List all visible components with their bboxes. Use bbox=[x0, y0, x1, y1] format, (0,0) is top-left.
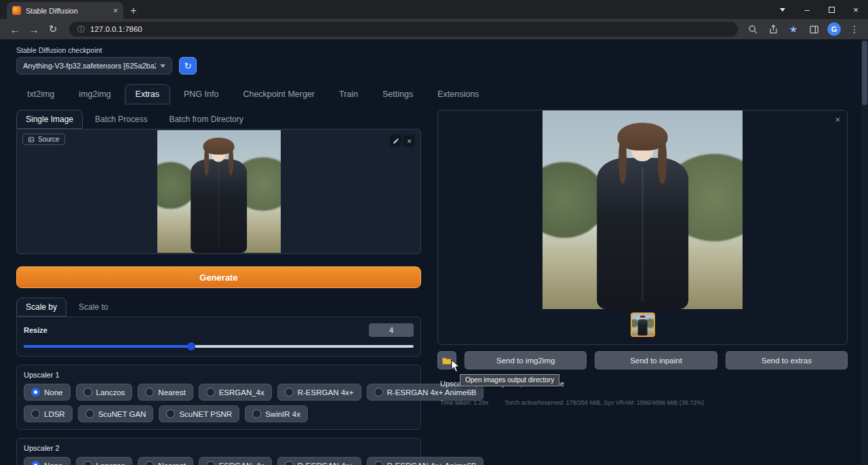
tab-extensions[interactable]: Extensions bbox=[427, 84, 490, 104]
upscaler1-option-scunet-psnr[interactable]: ScuNET PSNR bbox=[159, 405, 239, 422]
upscaler2-option-lanczos[interactable]: Lanczos bbox=[76, 457, 133, 465]
tab-single-image[interactable]: Single Image bbox=[16, 110, 83, 129]
gallery-close-icon[interactable]: × bbox=[835, 115, 840, 125]
tab-scale-by[interactable]: Scale by bbox=[16, 298, 66, 317]
send-to-inpaint-button[interactable]: Send to inpaint bbox=[595, 351, 717, 369]
upscaler2-option-none[interactable]: None bbox=[24, 457, 71, 465]
radio-icon bbox=[85, 409, 94, 418]
browser-tab[interactable]: Stable Diffusion × bbox=[7, 2, 123, 19]
zipper-shape bbox=[218, 165, 220, 249]
option-label: ScuNET GAN bbox=[98, 410, 146, 418]
source-image-dropzone[interactable]: Source × bbox=[16, 129, 421, 254]
mouse-cursor bbox=[451, 359, 460, 376]
source-label: Source bbox=[38, 136, 60, 143]
bookmark-star-icon[interactable]: ★ bbox=[787, 22, 800, 36]
upscaler1-group: Upscaler 1 None Lanczos Nearest ESRGAN_4… bbox=[16, 365, 421, 430]
close-window-button[interactable]: × bbox=[844, 0, 868, 19]
site-info-icon[interactable]: ⓘ bbox=[77, 24, 85, 35]
option-label: Nearest bbox=[158, 388, 185, 397]
tab-batch-process[interactable]: Batch Process bbox=[85, 110, 157, 129]
forward-button[interactable]: → bbox=[26, 21, 42, 37]
gallery-thumbnail-selected[interactable] bbox=[631, 312, 655, 337]
window-controls: – × bbox=[770, 0, 868, 19]
refresh-checkpoint-button[interactable]: ↻ bbox=[179, 57, 197, 75]
tab-checkpoint-merger[interactable]: Checkpoint Merger bbox=[232, 84, 326, 104]
send-to-img2img-button[interactable]: Send to img2img bbox=[465, 351, 587, 369]
radio-icon bbox=[206, 388, 215, 397]
resize-value-input[interactable]: 4 bbox=[369, 323, 414, 337]
upscaler2-option-esrgan-4x[interactable]: ESRGAN_4x bbox=[199, 457, 272, 465]
option-label: Lanczos bbox=[96, 388, 125, 397]
browser-menu-icon[interactable]: ⋮ bbox=[848, 22, 861, 36]
minimize-button[interactable]: – bbox=[795, 0, 819, 19]
send-to-extras-button[interactable]: Send to extras bbox=[726, 351, 848, 369]
clear-image-button[interactable]: × bbox=[403, 135, 415, 146]
source-label-chip: Source bbox=[22, 134, 65, 145]
upscaler2-group: Upscaler 2 None Lanczos Nearest ESRGAN_4… bbox=[16, 438, 421, 465]
tab-title: Stable Diffusion bbox=[26, 7, 108, 15]
option-label: None bbox=[44, 388, 63, 397]
profile-avatar[interactable]: G bbox=[827, 22, 841, 36]
browser-tab-bar: Stable Diffusion × + – × bbox=[0, 0, 868, 19]
share-icon[interactable] bbox=[766, 22, 780, 36]
upscaler1-options-row2: LDSR ScuNET GAN ScuNET PSNR SwinIR 4x bbox=[24, 405, 414, 422]
upscaler1-option-esrgan-4x[interactable]: ESRGAN_4x bbox=[199, 384, 272, 401]
radio-icon bbox=[285, 461, 294, 465]
upscaler1-option-scunet-gan[interactable]: ScuNET GAN bbox=[78, 405, 154, 422]
maximize-button[interactable] bbox=[819, 0, 844, 19]
result-image[interactable] bbox=[542, 110, 743, 309]
checkpoint-label: Stable Diffusion checkpoint bbox=[16, 46, 852, 54]
upscaler1-option-r-esrgan-4x[interactable]: R-ESRGAN 4x+ bbox=[277, 384, 361, 401]
upscaler1-option-ldsr[interactable]: LDSR bbox=[24, 405, 73, 422]
result-gallery: × bbox=[437, 110, 848, 345]
option-label: None bbox=[44, 462, 63, 465]
page-scrollbar[interactable] bbox=[861, 39, 868, 465]
tab-scale-to[interactable]: Scale to bbox=[69, 298, 117, 317]
option-label: ESRGAN_4x bbox=[219, 388, 264, 397]
resize-label: Resize bbox=[24, 326, 47, 334]
browser-toolbar: ← → ↻ ⓘ 127.0.0.1:7860 ★ G ⋮ bbox=[0, 19, 868, 39]
upscaler1-option-none[interactable]: None bbox=[24, 384, 71, 401]
radio-icon bbox=[31, 409, 40, 418]
tab-img2img[interactable]: img2img bbox=[68, 84, 121, 104]
tab-png-info[interactable]: PNG Info bbox=[173, 84, 229, 104]
slider-handle[interactable] bbox=[187, 342, 195, 350]
side-panel-icon[interactable] bbox=[807, 22, 821, 36]
upscaler2-option-r-esrgan-4x[interactable]: R-ESRGAN 4x+ bbox=[277, 457, 361, 465]
generate-button[interactable]: Generate bbox=[16, 266, 421, 288]
tab-train[interactable]: Train bbox=[328, 84, 369, 104]
slider-fill bbox=[24, 345, 191, 348]
upscaler2-label: Upscaler 2 bbox=[24, 444, 414, 452]
upscaler1-option-nearest[interactable]: Nearest bbox=[138, 384, 193, 401]
toolbar-right-icons: ★ G ⋮ bbox=[746, 22, 861, 36]
image-icon bbox=[28, 136, 35, 143]
site-favicon-icon bbox=[12, 6, 21, 15]
radio-checked-icon bbox=[31, 388, 40, 397]
scrollbar-thumb[interactable] bbox=[862, 41, 867, 105]
upscaler2-option-nearest[interactable]: Nearest bbox=[138, 457, 193, 465]
edit-image-button[interactable] bbox=[390, 135, 401, 146]
radio-icon bbox=[252, 409, 261, 418]
tab-txt2img[interactable]: txt2img bbox=[16, 84, 65, 104]
address-bar[interactable]: ⓘ 127.0.0.1:7860 bbox=[69, 22, 738, 37]
thumbnail-image bbox=[632, 314, 654, 336]
source-image[interactable] bbox=[157, 130, 281, 253]
tab-settings[interactable]: Settings bbox=[372, 84, 424, 104]
tab-close-icon[interactable]: × bbox=[113, 7, 118, 15]
back-button[interactable]: ← bbox=[7, 21, 23, 37]
coat-shape bbox=[637, 319, 648, 336]
upscaler2-option-r-esrgan-anime6b[interactable]: R-ESRGAN 4x+ Anime6B bbox=[367, 457, 484, 465]
resize-slider[interactable] bbox=[24, 345, 414, 348]
chevron-down-icon[interactable] bbox=[770, 0, 795, 19]
upscaler1-option-swinir-4x[interactable]: SwinIR 4x bbox=[245, 405, 308, 422]
hair-shape bbox=[640, 315, 646, 319]
quicksettings: Stable Diffusion checkpoint Anything-V3-… bbox=[0, 39, 868, 77]
search-icon[interactable] bbox=[746, 22, 760, 36]
tab-extras[interactable]: Extras bbox=[125, 84, 170, 104]
maximize-icon bbox=[829, 7, 835, 13]
upscaler1-option-lanczos[interactable]: Lanczos bbox=[76, 384, 133, 401]
new-tab-button[interactable]: + bbox=[130, 5, 136, 16]
checkpoint-dropdown[interactable]: Anything-V3-fp32.safetensors [625a2ba2] bbox=[16, 57, 172, 75]
reload-button[interactable]: ↻ bbox=[45, 21, 61, 37]
tab-batch-from-directory[interactable]: Batch from Directory bbox=[159, 110, 252, 129]
